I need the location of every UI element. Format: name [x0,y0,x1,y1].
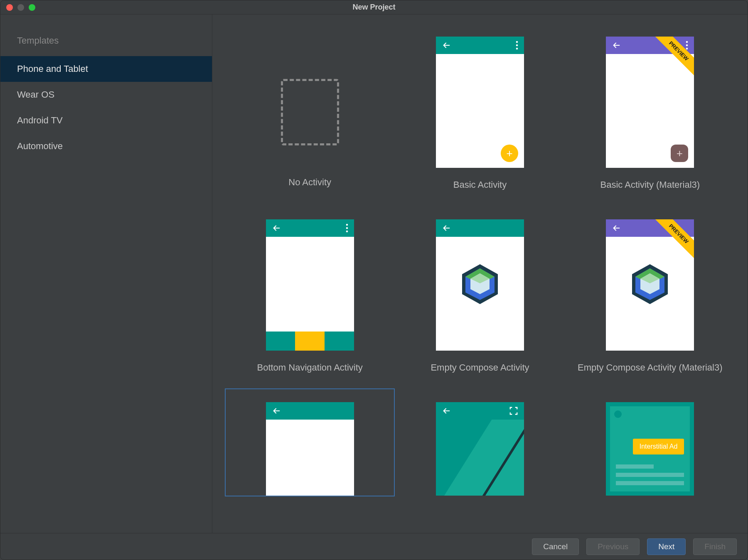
appbar [266,402,354,420]
maximize-window-button[interactable] [29,4,35,11]
cancel-button[interactable]: Cancel [532,538,579,555]
jetpack-compose-icon [632,264,668,306]
back-arrow-icon [442,41,451,50]
sidebar-item-wear-os[interactable]: Wear OS [0,82,212,108]
bottom-nav-bar [266,332,354,351]
basic-activity-m3-thumb: PREVIEW + [606,37,694,168]
empty-activity-thumb [266,402,354,496]
back-arrow-icon [612,224,621,233]
template-label: Empty Compose Activity (Material3) [578,362,722,373]
sidebar-item-phone-and-tablet[interactable]: Phone and Tablet [0,56,212,82]
svg-point-8 [346,231,348,233]
appbar [606,37,694,54]
svg-point-6 [346,224,348,226]
template-empty-activity[interactable] [225,388,395,496]
template-label: Basic Activity (Material3) [600,179,700,190]
sidebar-item-label: Wear OS [17,89,54,100]
svg-point-7 [346,227,348,229]
template-label: No Activity [288,177,331,188]
window-controls [6,4,35,11]
sidebar-item-label: Automotive [17,141,63,151]
template-fullscreen-activity[interactable] [395,388,565,496]
template-bottom-navigation-activity[interactable]: Bottom Navigation Activity [225,206,395,388]
status-dot-icon [614,410,622,418]
template-grid: No Activity + [212,15,748,496]
compose-m3-thumb: PREVIEW [606,219,694,351]
compose-thumb [436,219,524,351]
appbar [436,37,524,54]
basic-activity-thumb: + [436,37,524,168]
dialog-body: Templates Phone and Tablet Wear OS Andro… [0,15,748,533]
fullscreen-icon [509,406,518,415]
dialog-footer: Cancel Previous Next Finish [0,533,748,560]
template-empty-compose-activity[interactable]: Empty Compose Activity [395,206,565,388]
ad-thumb: Interstitial Ad [606,402,694,496]
svg-point-3 [686,41,688,43]
new-project-window: New Project Templates Phone and Tablet W… [0,0,748,560]
svg-point-2 [516,48,518,50]
svg-point-4 [686,44,688,47]
template-admob-ads-activity[interactable]: Interstitial Ad [565,388,735,496]
sidebar-item-automotive[interactable]: Automotive [0,133,212,159]
overflow-menu-icon [516,41,518,50]
next-button[interactable]: Next [647,538,686,555]
sidebar-heading: Templates [0,29,212,56]
bottom-navigation-thumb [266,219,354,351]
back-arrow-icon [442,224,451,233]
sidebar-item-label: Android TV [17,115,63,125]
back-arrow-icon [442,406,451,415]
back-arrow-icon [612,41,621,50]
back-arrow-icon [272,224,281,233]
template-label: Bottom Navigation Activity [257,362,362,373]
fullscreen-body [436,420,524,496]
appbar [606,219,694,237]
template-basic-activity[interactable]: + Basic Activity [395,23,565,206]
templates-sidebar: Templates Phone and Tablet Wear OS Andro… [0,15,212,533]
titlebar: New Project [0,0,748,15]
fab-add-icon: + [671,145,688,162]
back-arrow-icon [272,406,281,415]
close-window-button[interactable] [6,4,13,11]
finish-button[interactable]: Finish [693,538,737,555]
overflow-menu-icon [686,41,688,50]
appbar [436,402,524,420]
appbar [436,219,524,237]
fab-add-icon: + [501,145,518,162]
jetpack-compose-icon [462,264,498,306]
window-title: New Project [0,3,748,12]
overflow-menu-icon [346,224,348,233]
svg-point-5 [686,48,688,50]
template-gallery: No Activity + [212,15,748,533]
sidebar-item-android-tv[interactable]: Android TV [0,108,212,133]
template-no-activity[interactable]: No Activity [225,23,395,206]
template-empty-compose-activity-material3[interactable]: PREVIEW Empty Compose Act [565,206,735,388]
previous-button[interactable]: Previous [586,538,640,555]
sidebar-item-label: Phone and Tablet [17,64,88,74]
ad-card: Interstitial Ad [606,402,694,496]
placeholder-lines [616,464,684,489]
template-label: Basic Activity [453,179,507,190]
svg-point-1 [516,44,518,47]
svg-point-0 [516,41,518,43]
template-basic-activity-material3[interactable]: PREVIEW + Basic Activity (Material3) [565,23,735,206]
no-activity-thumb [266,34,354,165]
interstitial-ad-button: Interstitial Ad [633,439,684,454]
fullscreen-thumb [436,402,524,496]
dashed-placeholder-icon [281,79,339,145]
template-label: Empty Compose Activity [431,362,529,373]
minimize-window-button[interactable] [17,4,24,11]
appbar [266,219,354,237]
